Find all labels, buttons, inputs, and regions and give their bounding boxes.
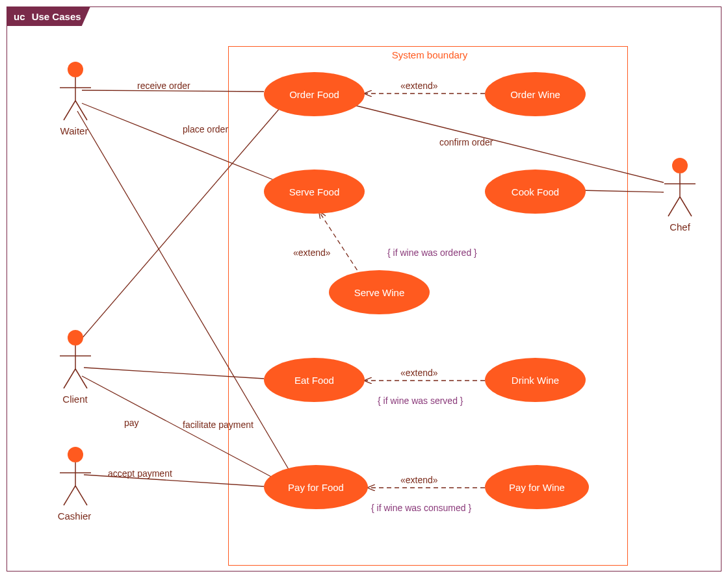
svg-line-27 (75, 369, 87, 388)
usecase-label: Pay for Food (288, 482, 344, 493)
actor-chef-label: Chef (667, 221, 693, 232)
label-place-order: place order (183, 124, 228, 134)
actor-chef (660, 157, 699, 221)
usecase-label: Serve Wine (354, 287, 405, 298)
frame-title: Use Cases (32, 11, 81, 22)
svg-line-17 (75, 101, 87, 120)
label-extend-3: «extend» (400, 368, 438, 378)
actor-client-label: Client (60, 394, 90, 405)
svg-line-16 (64, 101, 75, 120)
usecase-label: Cook Food (512, 186, 559, 197)
svg-point-28 (68, 447, 83, 462)
svg-line-21 (668, 197, 680, 216)
usecase-cook-food: Cook Food (485, 170, 586, 214)
label-extend-1: «extend» (400, 81, 438, 91)
diagram-frame: uc Use Cases System boundary Order Food … (6, 6, 722, 572)
svg-line-32 (75, 486, 87, 505)
label-accept-payment: accept payment (108, 468, 172, 479)
usecase-order-food: Order Food (264, 72, 365, 116)
label-confirm-order: confirm order (439, 137, 493, 147)
actor-waiter (56, 60, 95, 125)
svg-point-23 (68, 330, 83, 346)
usecase-label: Drink Wine (512, 375, 559, 386)
stick-figure-icon (56, 60, 95, 125)
frame-uc-prefix: uc (14, 11, 25, 22)
svg-line-31 (64, 486, 75, 505)
usecase-label: Pay for Wine (509, 482, 565, 493)
usecase-order-wine: Order Wine (485, 72, 586, 116)
svg-point-18 (672, 158, 688, 173)
svg-line-26 (64, 369, 75, 388)
constraint-wine-served: { if wine was served } (378, 396, 463, 406)
usecase-label: Order Wine (510, 89, 560, 100)
constraint-wine-ordered: { if wine was ordered } (387, 247, 477, 258)
label-receive-order: receive order (137, 81, 190, 91)
usecase-label: Order Food (289, 89, 339, 100)
usecase-eat-food: Eat Food (264, 358, 365, 402)
actor-cashier-label: Cashier (57, 510, 92, 521)
svg-line-22 (680, 197, 692, 216)
usecase-serve-wine: Serve Wine (329, 270, 430, 314)
label-extend-2: «extend» (293, 247, 331, 258)
usecase-drink-wine: Drink Wine (485, 358, 586, 402)
label-pay: pay (124, 418, 139, 428)
stick-figure-icon (660, 157, 699, 221)
svg-point-13 (68, 62, 83, 77)
actor-client (56, 329, 95, 394)
usecase-label: Eat Food (294, 375, 334, 386)
actor-waiter-label: Waiter (58, 125, 90, 136)
stick-figure-icon (56, 329, 95, 394)
stick-figure-icon (56, 446, 95, 510)
actor-cashier (56, 446, 95, 510)
usecase-serve-food: Serve Food (264, 170, 365, 214)
usecase-label: Serve Food (289, 186, 340, 197)
label-extend-4: «extend» (400, 475, 438, 485)
usecase-pay-for-wine: Pay for Wine (485, 465, 589, 509)
constraint-wine-consumed: { if wine was consumed } (371, 503, 471, 513)
frame-tab: uc Use Cases (7, 7, 90, 26)
usecase-pay-for-food: Pay for Food (264, 465, 368, 509)
system-boundary-label: System boundary (365, 49, 495, 60)
label-facilitate-payment: facilitate payment (183, 420, 254, 430)
